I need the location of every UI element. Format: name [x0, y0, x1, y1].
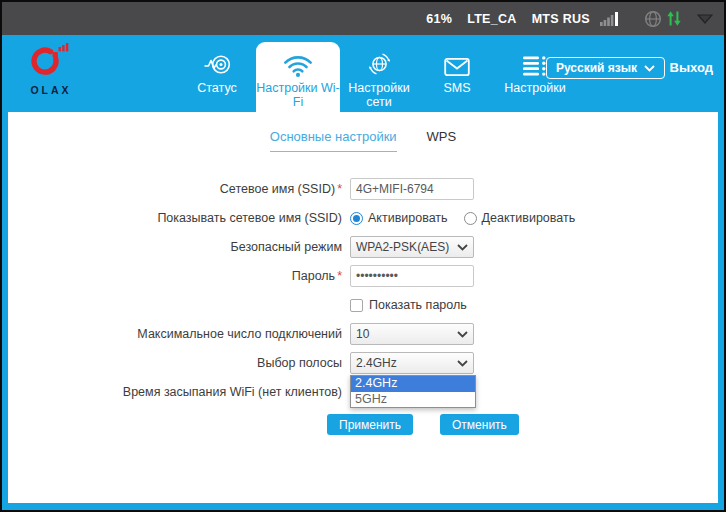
tab-label: Настройки Wi-Fi [256, 81, 340, 110]
chevron-down-icon [644, 61, 655, 75]
carrier-name: MTS RUS [532, 12, 590, 26]
ssid-row: Сетевое имя (SSID)* [8, 178, 718, 200]
radio-icon-unchecked[interactable] [464, 212, 477, 225]
logout-button[interactable]: Выход [670, 60, 713, 75]
subtab-wps[interactable]: WPS [427, 129, 457, 152]
dropdown-option-5ghz[interactable]: 5GHz [351, 392, 475, 408]
select-value: WPA2-PSK(AES) [356, 240, 449, 254]
status-bar: 61% LTE_CA MTS RUS [2, 2, 724, 35]
password-row: Пароль* [8, 265, 718, 287]
radio-label: Деактивировать [482, 211, 576, 225]
chevron-down-icon [457, 244, 468, 251]
band-select-label: Выбор полосы [8, 356, 350, 370]
tab-label: Настройки сети [340, 81, 418, 110]
radio-option-activate[interactable]: Активировать [350, 211, 448, 225]
security-mode-select[interactable]: WPA2-PSK(AES) [350, 236, 474, 258]
band-select[interactable]: 2.4GHz [350, 352, 474, 374]
nav-tabs: Статус Настройки Wi-Fi [178, 35, 574, 112]
chevron-down-icon [457, 360, 468, 367]
select-value: 10 [356, 327, 369, 341]
network-globe-icon [340, 52, 418, 77]
signal-bars-icon [600, 11, 620, 27]
show-password-option[interactable]: Показать пароль [350, 298, 467, 312]
status-gauge-icon [178, 52, 256, 77]
envelope-icon [418, 52, 496, 77]
wifi-sleep-label: Время засыпания WiFi (нет клиентов) [8, 385, 350, 399]
language-label: Русский язык [556, 61, 637, 75]
nav-bar: OLAX Статус [2, 35, 724, 112]
tab-status[interactable]: Статус [178, 35, 256, 112]
security-mode-row: Безопасный режим WPA2-PSK(AES) [8, 236, 718, 258]
ssid-label: Сетевое имя (SSID)* [8, 182, 350, 196]
radio-label: Активировать [368, 211, 448, 225]
wifi-settings-form: Сетевое имя (SSID)* Показывать сетевое и… [8, 178, 718, 435]
olax-logo-text: OLAX [22, 84, 80, 96]
band-select-row: Выбор полосы 2.4GHz 2.4GHz 5GHz [8, 352, 718, 374]
band-dropdown-list: 2.4GHz 5GHz [350, 375, 476, 408]
show-password-row: Показать пароль [8, 294, 718, 316]
password-input[interactable] [350, 265, 474, 287]
tab-wifi-settings[interactable]: Настройки Wi-Fi [256, 42, 340, 112]
tab-label: Настройки [496, 81, 574, 95]
radio-icon-checked[interactable] [350, 212, 363, 225]
subtab-bar: Основные настройки WPS [8, 112, 718, 152]
router-admin-window: 61% LTE_CA MTS RUS [0, 0, 726, 512]
password-label: Пароль* [8, 269, 350, 283]
chevron-down-icon [457, 331, 468, 338]
olax-logo: OLAX [22, 41, 80, 96]
max-connections-label: Максимальное число подключений [8, 327, 350, 341]
network-type: LTE_CA [467, 12, 517, 26]
required-asterisk: * [337, 269, 342, 283]
olax-logo-icon [29, 65, 73, 82]
updown-traffic-icon [667, 10, 681, 27]
max-connections-row: Максимальное число подключений 10 [8, 323, 718, 345]
security-mode-label: Безопасный режим [8, 240, 350, 254]
select-value: 2.4GHz [356, 356, 397, 370]
battery-caret-icon[interactable] [697, 13, 713, 24]
tab-sms[interactable]: SMS [418, 35, 496, 112]
form-actions: Применить Отменить [8, 414, 718, 435]
tab-label: Статус [178, 81, 256, 95]
required-asterisk: * [337, 182, 342, 196]
subtab-basic-settings[interactable]: Основные настройки [270, 129, 397, 152]
content-panel: Основные настройки WPS Сетевое имя (SSID… [8, 112, 718, 503]
max-connections-select[interactable]: 10 [350, 323, 474, 345]
apply-button[interactable]: Применить [327, 414, 413, 435]
tab-network-settings[interactable]: Настройки сети [340, 35, 418, 112]
ssid-broadcast-row: Показывать сетевое имя (SSID) Активирова… [8, 207, 718, 229]
globe-icon [644, 10, 662, 28]
ssid-broadcast-label: Показывать сетевое имя (SSID) [8, 211, 350, 225]
battery-percent: 61% [426, 12, 452, 26]
ssid-input[interactable] [350, 178, 474, 200]
show-password-label: Показать пароль [369, 298, 467, 312]
wifi-icon [256, 52, 340, 77]
dropdown-option-24ghz[interactable]: 2.4GHz [351, 376, 475, 392]
tab-label: SMS [418, 81, 496, 95]
checkbox-icon-unchecked[interactable] [350, 299, 363, 312]
radio-option-deactivate[interactable]: Деактивировать [464, 211, 576, 225]
cancel-button[interactable]: Отменить [440, 414, 519, 435]
language-select[interactable]: Русский язык [546, 57, 665, 79]
